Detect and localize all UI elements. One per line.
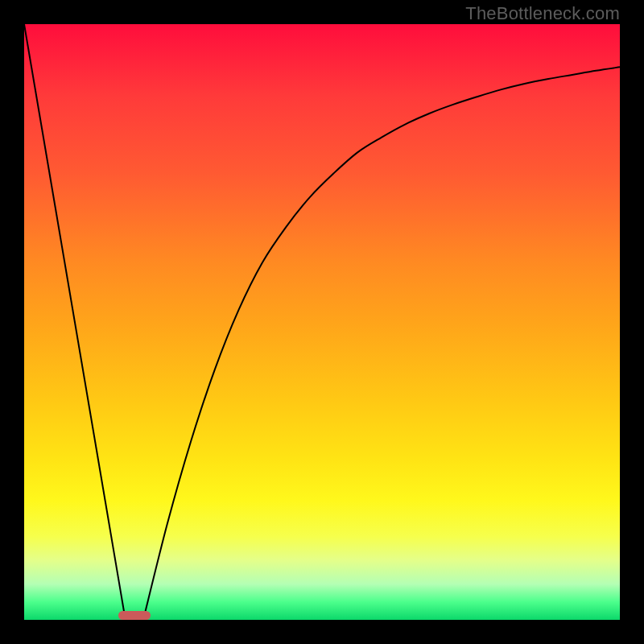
attribution-label: TheBottleneck.com xyxy=(465,3,620,24)
plot-area xyxy=(24,24,620,620)
curve-right-asymptote xyxy=(143,67,620,620)
curve-left-linear xyxy=(24,24,126,620)
curve-layer xyxy=(24,24,620,620)
minimum-marker xyxy=(118,611,151,620)
chart-frame: TheBottleneck.com xyxy=(0,0,644,644)
